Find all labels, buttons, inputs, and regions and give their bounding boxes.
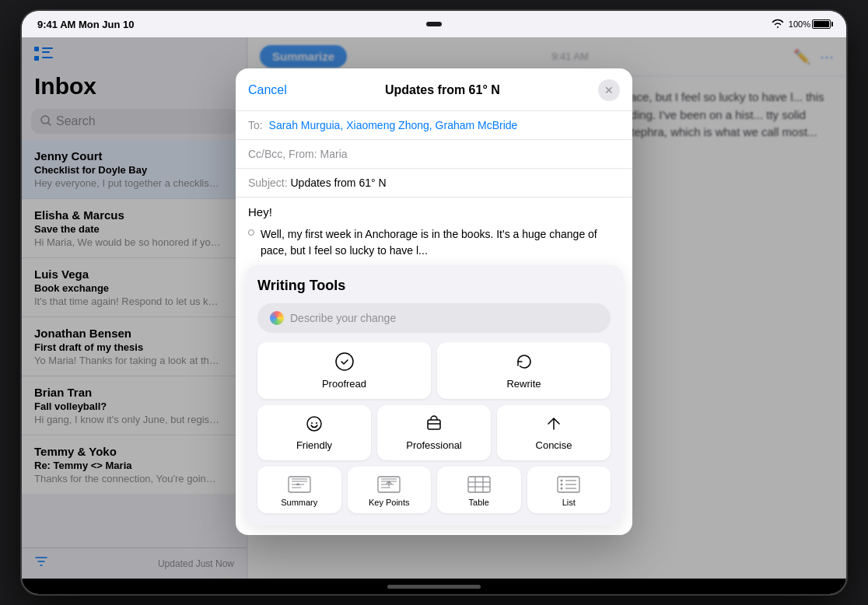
compose-body-text: Well, my first week in Anchorage is in t… [261,226,620,259]
svg-point-9 [316,422,317,424]
summary-label: Summary [281,498,317,507]
home-indicator [22,579,846,594]
status-bar: 9:41 AM Mon Jun 10 100% [22,11,846,37]
writing-tools-format-buttons: Summary [257,467,611,513]
friendly-button[interactable]: Friendly [257,405,371,460]
table-label: Table [469,498,489,507]
svg-point-7 [307,417,321,431]
svg-point-31 [561,484,563,486]
battery-icon [812,19,831,29]
compose-subject-field[interactable]: Subject: Updates from 61° N [236,169,632,198]
rewrite-button[interactable]: Rewrite [437,342,611,399]
concise-label: Concise [536,439,572,451]
rewrite-label: Rewrite [506,378,541,390]
camera-notch [426,22,442,26]
main-content: Inbox Search Jenny Court [22,37,846,579]
describe-placeholder: Describe your change [290,312,396,324]
to-label: To: [248,119,263,131]
compose-greeting: Hey! [236,198,632,223]
battery-status: 100% [789,19,831,29]
rewrite-icon [514,351,534,375]
subject-value: Updates from 61° N [290,177,386,189]
svg-point-8 [311,422,313,424]
writing-tools-input[interactable]: Describe your change [257,303,611,333]
table-icon [465,474,493,495]
svg-point-30 [561,480,563,482]
status-indicators: 100% [772,17,831,31]
status-time: 9:41 AM Mon Jun 10 [37,19,134,30]
professional-label: Professional [406,439,462,451]
table-button[interactable]: Table [437,467,521,513]
battery-percent: 100% [789,19,810,29]
compose-header: Cancel Updates from 61° N ✕ [236,68,632,111]
compose-cc-field[interactable]: Cc/Bcc, From: Maria [236,140,632,169]
ipad-frame: 9:41 AM Mon Jun 10 100% [22,11,846,594]
svg-rect-10 [428,420,440,429]
proofread-icon [334,351,355,375]
writing-tools-tone-buttons: Friendly [257,405,611,460]
writing-tools-panel: Writing Tools Describe your change [245,265,623,526]
key-points-label: Key Points [369,498,410,507]
ipad-screen: 9:41 AM Mon Jun 10 100% [22,11,846,594]
to-recipients: Sarah Murguia, Xiaomeng Zhong, Graham Mc… [269,119,518,131]
summary-button[interactable]: Summary [257,467,341,513]
writing-tools-main-buttons: Proofread Rewrite [257,342,611,399]
list-label: List [562,498,576,507]
list-icon [555,474,583,495]
key-points-icon [375,474,403,495]
compose-more-button[interactable]: ✕ [598,79,620,101]
compose-modal: Cancel Updates from 61° N ✕ To: Sarah Mu… [236,68,632,535]
svg-rect-21 [468,477,490,492]
svg-point-6 [336,353,353,370]
home-bar [387,585,481,589]
friendly-label: Friendly [296,439,332,451]
key-points-button[interactable]: Key Points [348,467,432,513]
summary-icon [285,474,313,495]
concise-icon [544,414,563,436]
friendly-icon [305,414,324,436]
writing-tools-title: Writing Tools [257,278,611,294]
subject-label: Subject: [248,177,288,189]
proofread-button[interactable]: Proofread [257,342,431,399]
list-button[interactable]: List [527,467,611,513]
professional-button[interactable]: Professional [377,405,491,460]
svg-point-32 [561,488,563,490]
compose-to-field[interactable]: To: Sarah Murguia, Xiaomeng Zhong, Graha… [236,111,632,140]
professional-icon [425,414,443,436]
apple-intelligence-icon [270,311,284,325]
proofread-label: Proofread [322,378,366,390]
compose-modal-title: Updates from 61° N [385,83,500,97]
modal-overlay: Cancel Updates from 61° N ✕ To: Sarah Mu… [22,37,846,579]
concise-button[interactable]: Concise [497,405,611,460]
compose-body[interactable]: Well, my first week in Anchorage is in t… [236,223,632,265]
wifi-icon [772,17,784,31]
cancel-button[interactable]: Cancel [248,83,287,97]
